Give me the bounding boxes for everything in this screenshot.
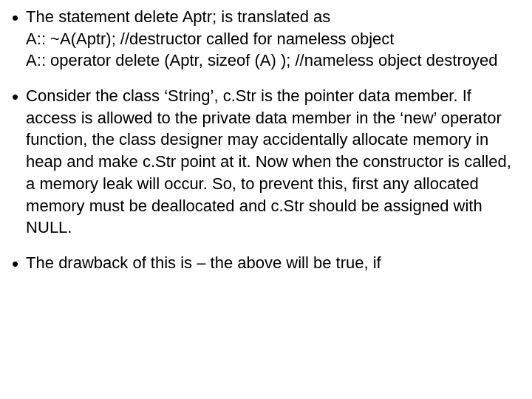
bullet-symbol: •	[12, 253, 18, 276]
bullet-symbol: •	[12, 7, 18, 30]
bullet-text-3: The drawback of this is – the above will…	[26, 252, 520, 274]
list-item: •The statement delete Aptr; is translate…	[12, 6, 520, 72]
list-item: •The drawback of this is – the above wil…	[12, 252, 520, 276]
bullet-text-1: The statement delete Aptr; is translated…	[26, 6, 520, 72]
content-list: •The statement delete Aptr; is translate…	[12, 6, 520, 276]
bullet-symbol: •	[12, 86, 18, 109]
list-item: •Consider the class ‘String’, c.Str is t…	[12, 85, 520, 239]
bullet-text-2: Consider the class ‘String’, c.Str is th…	[26, 85, 520, 239]
